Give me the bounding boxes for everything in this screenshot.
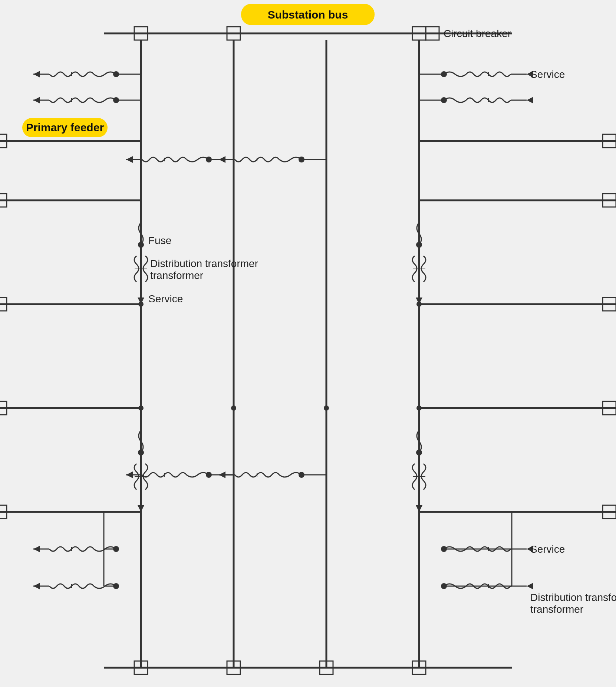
distribution-transformer-label-2b: transformer bbox=[530, 604, 583, 615]
service-label-1: Service bbox=[530, 69, 565, 80]
distribution-transformer-label-2: Distribution transformer bbox=[530, 592, 616, 603]
svg-point-133 bbox=[138, 302, 144, 307]
service-label-3: Service bbox=[530, 543, 565, 555]
distribution-transformer-label-1b: transformer bbox=[150, 270, 203, 281]
svg-point-84 bbox=[138, 450, 144, 456]
distribution-transformer-label-1: Distribution transformer bbox=[150, 258, 258, 269]
service-label-2: Service bbox=[148, 293, 183, 305]
svg-point-135 bbox=[231, 405, 236, 411]
circuit-breaker-label: Circuit breaker bbox=[444, 28, 511, 39]
svg-point-90 bbox=[416, 450, 422, 456]
diagram-container: Substation bus Circuit breaker Primary f… bbox=[0, 0, 616, 687]
svg-rect-0 bbox=[0, 0, 616, 687]
fuse-label: Fuse bbox=[148, 235, 171, 246]
substation-bus-label: Substation bus bbox=[268, 9, 348, 21]
svg-point-78 bbox=[416, 242, 422, 248]
svg-point-72 bbox=[138, 242, 144, 248]
primary-feeder-label: Primary feeder bbox=[26, 121, 104, 134]
svg-point-132 bbox=[416, 405, 422, 411]
svg-point-131 bbox=[138, 405, 144, 411]
svg-point-134 bbox=[416, 302, 422, 307]
svg-point-136 bbox=[324, 405, 329, 411]
